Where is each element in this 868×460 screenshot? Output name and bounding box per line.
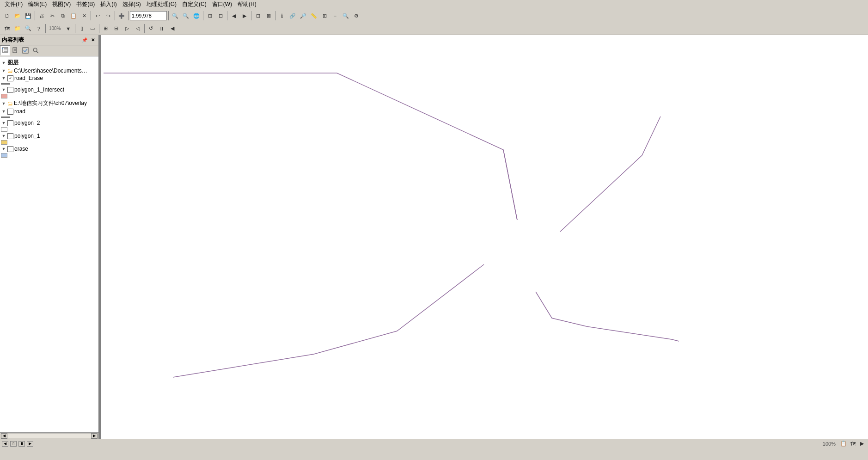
- road-line-5: [536, 292, 679, 341]
- toc-hscroll[interactable]: ◀ ▶: [0, 432, 98, 439]
- polygon1-checkbox[interactable]: [7, 133, 13, 139]
- polygon1-intersect-row[interactable]: ▼ polygon_1_Intersect: [1, 86, 98, 93]
- road-erase-expand-icon: ▼: [1, 75, 6, 81]
- status-pause-btn[interactable]: ⏸: [18, 441, 25, 447]
- road-line-1: [104, 73, 517, 220]
- layout-btn1[interactable]: ▯: [77, 24, 87, 34]
- toc-pin-button[interactable]: 📌: [81, 37, 88, 44]
- redo-button[interactable]: ↪: [103, 11, 113, 21]
- status-btn2[interactable]: 🗺: [849, 440, 857, 448]
- menu-edit[interactable]: 编辑(E): [25, 0, 49, 8]
- erase-row[interactable]: ▼ erase: [1, 145, 98, 153]
- select-button[interactable]: ⊡: [253, 11, 263, 21]
- search-catalog-button[interactable]: 🔍: [23, 24, 33, 34]
- polygon1-intersect-checkbox[interactable]: [7, 87, 13, 93]
- search-button[interactable]: 🔍: [341, 11, 351, 21]
- menu-bar: 文件(F) 编辑(E) 视图(V) 书签(B) 插入(I) 选择(S) 地理处理…: [0, 0, 868, 9]
- arcmap-icon[interactable]: 🗺: [2, 24, 12, 34]
- next-extent-button[interactable]: ▶: [239, 11, 250, 21]
- menu-window[interactable]: 窗口(W): [209, 0, 235, 8]
- zoom-in-button[interactable]: 🔍: [170, 11, 180, 21]
- full-extent-button[interactable]: ⊞: [205, 11, 215, 21]
- hyperlink-button[interactable]: 🔗: [287, 11, 298, 21]
- tools-button[interactable]: ⚙: [351, 11, 361, 21]
- cut-button[interactable]: ✂: [47, 11, 57, 21]
- map-svg: [101, 35, 868, 439]
- measure-button[interactable]: 📏: [309, 11, 319, 21]
- menu-view[interactable]: 视图(V): [49, 0, 73, 8]
- add-data-button[interactable]: ➕: [116, 11, 127, 21]
- toc-header-icons: 📌 ✕: [81, 37, 97, 44]
- polygon1-intersect-expand-icon: ▼: [1, 87, 6, 92]
- prev-button[interactable]: ◀: [167, 24, 177, 34]
- layout-btn5[interactable]: ▷: [122, 24, 132, 34]
- identify-button[interactable]: ℹ: [277, 11, 287, 21]
- status-btn1[interactable]: 📋: [839, 440, 848, 448]
- toc-panel: 内容列表 📌 ✕ ▼ 图层: [0, 35, 99, 439]
- menu-customize[interactable]: 自定义(C): [179, 0, 209, 8]
- road-checkbox[interactable]: [7, 109, 13, 115]
- menu-file[interactable]: 文件(F): [2, 0, 25, 8]
- toc-layer-polygon2: ▼ polygon_2: [1, 119, 98, 132]
- menu-help[interactable]: 帮助(H): [235, 0, 259, 8]
- erase-symbol: [1, 153, 7, 158]
- toc-close-button[interactable]: ✕: [89, 37, 97, 44]
- find-button[interactable]: 🔎: [298, 11, 308, 21]
- polygon1-row[interactable]: ▼ polygon_1: [1, 132, 98, 140]
- status-action-btns: 📋 🗺 ▶: [839, 440, 866, 448]
- toc-layers-root[interactable]: ▼ 图层: [1, 58, 98, 67]
- refresh-button[interactable]: ↺: [146, 24, 156, 34]
- menu-bookmark[interactable]: 书签(B): [73, 0, 98, 8]
- toc-tab-search[interactable]: [31, 45, 41, 55]
- toc-scroll-right[interactable]: ▶: [91, 433, 98, 439]
- map-title-label: 100%: [47, 26, 63, 31]
- status-btn3[interactable]: ▶: [858, 440, 866, 448]
- zoom-out-button[interactable]: 🔍: [181, 11, 191, 21]
- erase-checkbox[interactable]: [7, 146, 13, 152]
- zoom-pct-down[interactable]: ▼: [63, 24, 73, 34]
- layout-btn3[interactable]: ⊞: [101, 24, 111, 34]
- menu-insert[interactable]: 插入(I): [98, 0, 119, 8]
- layout-btn4[interactable]: ⊟: [111, 24, 122, 34]
- toc-section2-header[interactable]: ▼ 🗂 E:\地信实习文件\ch07\overlay: [1, 99, 98, 108]
- road-erase-row[interactable]: ▼ road_Erase: [1, 74, 98, 82]
- svg-rect-9: [23, 48, 28, 53]
- save-button[interactable]: 💾: [23, 11, 33, 21]
- undo-button[interactable]: ↩: [92, 11, 103, 21]
- toc-tab-source[interactable]: [10, 45, 20, 55]
- road-row[interactable]: ▼ road: [1, 108, 98, 115]
- toc-tab-display[interactable]: [0, 45, 10, 55]
- polygon2-checkbox[interactable]: [7, 120, 13, 126]
- scale-input[interactable]: [130, 11, 167, 20]
- arcmap-help-button[interactable]: ?: [34, 24, 44, 34]
- open-button[interactable]: 📂: [12, 11, 23, 21]
- status-panel-btn[interactable]: ▯: [10, 441, 17, 447]
- menu-geoprocessing[interactable]: 地理处理(G): [144, 0, 179, 8]
- layout-btn2[interactable]: ▭: [87, 24, 98, 34]
- extent-button2[interactable]: ⊟: [215, 11, 226, 21]
- print-button[interactable]: 🖨: [37, 11, 47, 21]
- delete-button[interactable]: ✕: [79, 11, 89, 21]
- toc-section1-header[interactable]: ▼ 🗂 C:\Users\hasee\Documents\ArcGIS\D...: [1, 67, 98, 74]
- table-button[interactable]: ⊞: [319, 11, 330, 21]
- catalog-button[interactable]: 📁: [12, 24, 23, 34]
- toc-tab-selection[interactable]: [20, 45, 31, 55]
- menu-select[interactable]: 选择(S): [120, 0, 144, 8]
- paste-button[interactable]: 📋: [68, 11, 79, 21]
- clear-selection-button[interactable]: ⊠: [263, 11, 274, 21]
- folder2-icon: 🗂: [7, 100, 13, 107]
- polygon2-row[interactable]: ▼ polygon_2: [1, 119, 98, 127]
- toc-tabs: [0, 45, 98, 56]
- pause-button[interactable]: ⏸: [157, 24, 167, 34]
- road-erase-checkbox[interactable]: [7, 75, 13, 81]
- copy-button[interactable]: ⧉: [58, 11, 68, 21]
- globe-button[interactable]: 🌐: [191, 11, 202, 21]
- status-scroll-right[interactable]: ▶: [27, 441, 33, 447]
- layout-btn6[interactable]: ◁: [133, 24, 143, 34]
- map-canvas[interactable]: [101, 35, 868, 439]
- status-scroll-left[interactable]: ◀: [2, 441, 8, 447]
- attr-button[interactable]: ≡: [330, 11, 340, 21]
- prev-extent-button[interactable]: ◀: [229, 11, 239, 21]
- new-map-button[interactable]: 🗋: [2, 11, 12, 21]
- toc-scroll-left[interactable]: ◀: [1, 433, 7, 439]
